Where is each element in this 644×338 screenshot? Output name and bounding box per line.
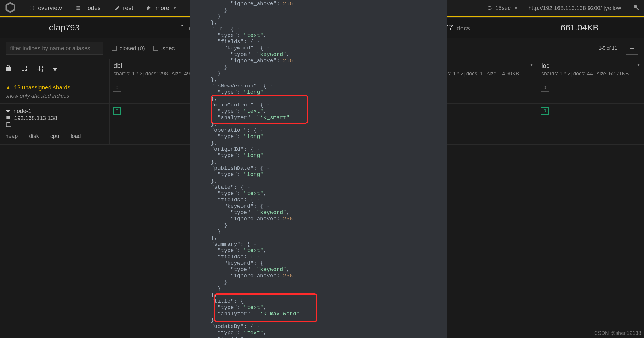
json-mapping-panel: "ignore_above": 256 } } }, "id": { - "ty… — [190, 0, 447, 338]
shard-badge[interactable]: 0 — [113, 107, 121, 115]
crop-icon — [5, 122, 11, 129]
logo-icon — [5, 2, 16, 15]
show-affected-link[interactable]: show only affected indices — [5, 93, 104, 99]
chevron-down-icon[interactable]: ▾ — [530, 62, 533, 70]
svg-rect-10 — [76, 6, 80, 7]
svg-text:A: A — [42, 65, 44, 69]
svg-point-7 — [31, 9, 32, 10]
nav-rest[interactable]: rest — [112, 3, 136, 13]
pager-text: 1-5 of 11 — [599, 46, 617, 51]
spec-checkbox[interactable]: .spec — [153, 45, 175, 52]
metric-cpu: cpu — [50, 133, 59, 140]
svg-point-8 — [32, 9, 33, 10]
svg-rect-15 — [6, 116, 10, 119]
watermark: CSDN @shen12138 — [594, 330, 641, 336]
svg-point-6 — [33, 8, 34, 9]
stat-size: 661.04KB — [515, 17, 644, 38]
refresh-interval-label: 15sec — [495, 5, 511, 12]
expand-icon[interactable] — [20, 64, 28, 75]
checkbox-icon — [112, 46, 117, 51]
nav-overview-label: overview — [38, 5, 62, 12]
shard-cell: 0 — [537, 80, 644, 103]
svg-text:Z: Z — [42, 69, 44, 72]
nav-overview[interactable]: overview — [26, 3, 65, 13]
unassigned-info: ▲ 19 unassigned shards show only affecte… — [0, 80, 109, 103]
nav-nodes[interactable]: nodes — [73, 3, 103, 13]
nav-more-label: more — [156, 5, 169, 12]
wrench-icon[interactable] — [633, 4, 639, 12]
shard-badge[interactable]: 0 — [541, 84, 549, 92]
svg-marker-0 — [6, 3, 14, 12]
topbar-right: 15sec ▼ http://192.168.113.138:9200/ [ye… — [487, 4, 639, 12]
nodes-value: 1 — [180, 23, 185, 32]
metric-disk: disk — [29, 133, 39, 140]
svg-rect-11 — [76, 8, 80, 9]
warning-icon: ▲ — [5, 84, 11, 91]
cluster-name: elap793 — [49, 23, 80, 32]
node-name: node-1 — [14, 108, 31, 114]
shard-badge[interactable]: 0 — [541, 107, 549, 115]
svg-point-2 — [32, 7, 33, 7]
grid-tools: AZ ▾ — [0, 59, 109, 80]
svg-point-9 — [33, 9, 34, 10]
closed-checkbox[interactable]: closed (0) — [112, 45, 145, 52]
chevron-down-icon: ▼ — [514, 6, 518, 10]
disk-icon — [5, 114, 11, 122]
refresh-interval[interactable]: 15sec ▼ — [487, 5, 518, 12]
chevron-down-icon: ▼ — [173, 6, 177, 10]
index-header[interactable]: log ▾ shards: 1 * 2| docs: 44 | size: 62… — [537, 59, 644, 80]
nav-nodes-label: nodes — [84, 5, 101, 12]
index-name: log — [541, 62, 550, 70]
unlock-icon[interactable] — [4, 64, 12, 75]
shard-cell: 0 — [537, 103, 644, 145]
svg-point-4 — [31, 8, 32, 9]
nav-more[interactable]: more ▼ — [144, 3, 180, 13]
nav-rest-label: rest — [123, 5, 133, 12]
cluster-endpoint[interactable]: http://192.168.113.138:9200/ [yellow] — [528, 5, 623, 12]
unassigned-warning: ▲ 19 unassigned shards — [5, 84, 70, 91]
metric-load: load — [71, 133, 81, 140]
metric-heap: heap — [5, 133, 18, 140]
node-ip: 192.168.113.138 — [14, 115, 57, 121]
size-value: 661.04KB — [561, 23, 599, 32]
spec-label: .spec — [161, 45, 175, 52]
pager-next-button[interactable]: → — [626, 42, 638, 55]
svg-rect-12 — [76, 9, 80, 10]
svg-point-3 — [33, 7, 34, 7]
shard-badge[interactable]: 0 — [113, 84, 121, 92]
checkbox-icon — [153, 46, 158, 51]
star-icon: ★ — [5, 108, 11, 114]
docs-label: docs — [457, 25, 470, 32]
filter-indices-input[interactable] — [6, 42, 103, 55]
closed-label: closed (0) — [120, 45, 145, 52]
stat-cluster: elap793 — [0, 17, 129, 38]
svg-point-1 — [31, 7, 32, 7]
chevron-down-icon[interactable]: ▾ — [637, 62, 640, 70]
svg-point-5 — [32, 8, 33, 9]
chevron-down-icon[interactable]: ▾ — [53, 65, 57, 74]
sort-az-icon[interactable]: AZ — [37, 64, 45, 75]
index-stats: shards: 1 * 2| docs: 1 | size: 14.90KB — [434, 71, 533, 77]
node-info: ★ node-1 192.168.113.138 heap disk cpu l… — [0, 103, 109, 145]
index-stats: shards: 1 * 2| docs: 44 | size: 62.71KB — [541, 71, 640, 77]
